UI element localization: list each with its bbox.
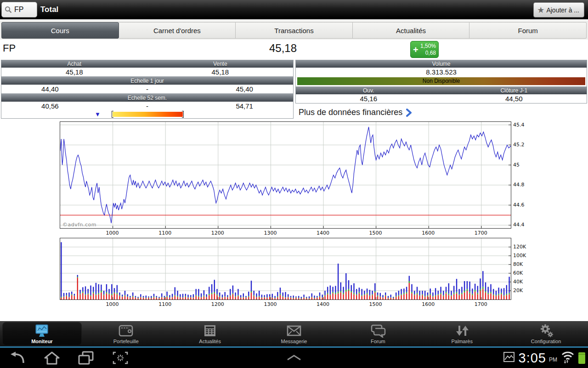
axis-tick-label: 1700 — [472, 230, 490, 236]
week52-separator: - — [99, 102, 196, 110]
nav-portefeuille[interactable]: Portefeuille — [84, 321, 168, 347]
nav-moniteur-label: Moniteur — [31, 339, 52, 344]
nav-actualites-label: Actualités — [199, 339, 221, 344]
axis-tick-label: 1200 — [209, 230, 227, 236]
clock-time[interactable]: 3:05 — [519, 351, 546, 366]
week52-high: 54,71 — [196, 102, 293, 110]
advfn-quote-screen: FP Total ★ Ajouter à ... Cours Carnet d'… — [0, 0, 588, 368]
bracket-left — [112, 111, 113, 118]
quote-tabbar: Cours Carnet d'ordres Transactions Actua… — [1, 22, 587, 39]
change-badge: + 1,50% 0,68 — [410, 41, 439, 58]
axis-tick-label: 1400 — [314, 301, 332, 307]
volume-chart-x-axis: 10001100120013001400150016001700 — [60, 301, 511, 307]
android-system-bar: 3:05 PM — [0, 348, 588, 368]
vente-header: Vente — [147, 60, 294, 68]
bottom-navigation: Moniteur Portefeuille — [0, 321, 588, 347]
axis-tick-label: 44.8 — [513, 182, 525, 188]
battery-icon[interactable] — [578, 352, 585, 364]
week52-range-table: Echelle 52 sem. 40,56 - 54,71 ▼ — [1, 94, 294, 119]
add-to-list-button[interactable]: ★ Ajouter à ... — [533, 2, 584, 17]
tab-cours[interactable]: Cours — [1, 22, 119, 39]
prev-close-value: 44,50 — [441, 94, 587, 103]
axis-tick-label: 45 — [513, 162, 520, 168]
achat-vente-table: Achat Vente 45,18 45,18 — [1, 60, 294, 77]
volume-value: 8.313.523 — [296, 68, 587, 76]
more-financial-data-link[interactable]: Plus de données financières — [299, 108, 412, 117]
nav-portefeuille-label: Portefeuille — [113, 339, 139, 344]
search-icon — [5, 6, 12, 13]
week52-low: 40,56 — [1, 102, 99, 110]
week52-gradient-bar — [113, 112, 183, 117]
axis-tick-label: 80K — [513, 261, 523, 267]
axis-tick-label: 1500 — [367, 301, 385, 307]
tab-carnet-ordres[interactable]: Carnet d'ordres — [119, 22, 236, 39]
expand-tray-button[interactable] — [284, 348, 304, 368]
day-low: 44,40 — [1, 85, 99, 93]
axis-tick-label: 1400 — [314, 230, 332, 236]
screenshot-button[interactable] — [112, 348, 129, 368]
volume-table: Volume 8.313.523 Non Disponible — [295, 60, 587, 87]
tab-actualites[interactable]: Actualités — [353, 22, 470, 39]
home-button[interactable] — [43, 348, 61, 368]
app-titlebar: FP Total ★ Ajouter à ... — [0, 0, 588, 19]
nav-palmares-label: Palmarès — [451, 339, 472, 344]
wifi-icon[interactable] — [561, 350, 575, 366]
price-chart-x-axis: 10001100120013001400150016001700 — [60, 230, 511, 236]
change-value: 0,68 — [425, 50, 436, 57]
tab-transactions[interactable]: Transactions — [236, 22, 353, 39]
volume-chart-y-axis: 120K100K80K60K40K20K — [513, 238, 533, 300]
gear-icon — [538, 323, 554, 338]
axis-tick-label: 120K — [513, 244, 526, 250]
axis-tick-label: 44.4 — [513, 222, 525, 228]
tab-forum[interactable]: Forum — [469, 22, 587, 39]
volume-chart[interactable] — [60, 238, 511, 300]
price-chart[interactable] — [60, 121, 511, 229]
axis-tick-label: 1000 — [103, 301, 122, 307]
axis-tick-label: 40K — [513, 279, 523, 285]
nav-moniteur[interactable]: Moniteur — [0, 321, 84, 347]
day-high: 45,40 — [196, 85, 293, 93]
achat-value: 45,18 — [1, 68, 147, 76]
page-title: Total — [40, 0, 58, 19]
mail-icon — [286, 323, 302, 338]
prev-close-header: Clôture J-1 — [441, 87, 587, 94]
day-range-table: Echelle 1 jour 44,40 - 45,40 — [1, 77, 294, 94]
volume-header: Volume — [296, 60, 587, 68]
back-button[interactable] — [8, 348, 26, 368]
symbol-search-input[interactable]: FP — [1, 2, 37, 17]
axis-tick-label: 20K — [513, 288, 523, 293]
add-to-list-label: Ajouter à ... — [546, 6, 579, 14]
more-financial-data-label: Plus de données financières — [299, 108, 402, 117]
star-icon: ★ — [537, 6, 544, 14]
day-range-header: Echelle 1 jour — [1, 77, 293, 85]
axis-tick-label: 1200 — [209, 301, 227, 307]
vente-value: 45,18 — [147, 68, 294, 76]
nav-palmares[interactable]: Palmarès — [420, 321, 504, 347]
week52-indicator-row: ▼ — [1, 110, 293, 118]
recent-apps-button[interactable] — [77, 348, 95, 368]
week52-header: Echelle 52 sem. — [1, 94, 293, 102]
achat-header: Achat — [1, 60, 147, 68]
bracket-right — [182, 111, 184, 118]
open-value: 45,16 — [296, 94, 441, 103]
axis-tick-label: 44.6 — [513, 202, 525, 208]
screenshot-notification-icon[interactable] — [503, 351, 515, 365]
axis-tick-label: 1600 — [419, 230, 437, 236]
nav-forum[interactable]: Forum — [336, 321, 420, 347]
nav-configuration[interactable]: Configuration — [504, 321, 588, 347]
monitor-icon — [34, 323, 50, 338]
news-icon — [203, 323, 217, 338]
axis-tick-label: 1300 — [261, 230, 279, 236]
chevron-right-icon — [406, 109, 412, 117]
nav-forum-label: Forum — [371, 339, 385, 344]
nav-messagerie[interactable]: Messagerie — [252, 321, 336, 347]
axis-tick-label: 1100 — [156, 230, 174, 236]
quote-price: 45,18 — [0, 42, 566, 55]
price-chart-y-axis: 45.445.24544.844.644.4 — [513, 121, 531, 229]
clock-ampm: PM — [549, 356, 557, 363]
nav-actualites[interactable]: Actualités — [168, 321, 252, 347]
advfn-watermark: ©advfn.com — [62, 222, 96, 228]
search-value: FP — [14, 6, 23, 14]
relative-strength-bar: Non Disponible — [297, 77, 585, 85]
axis-tick-label: 1700 — [472, 301, 490, 307]
